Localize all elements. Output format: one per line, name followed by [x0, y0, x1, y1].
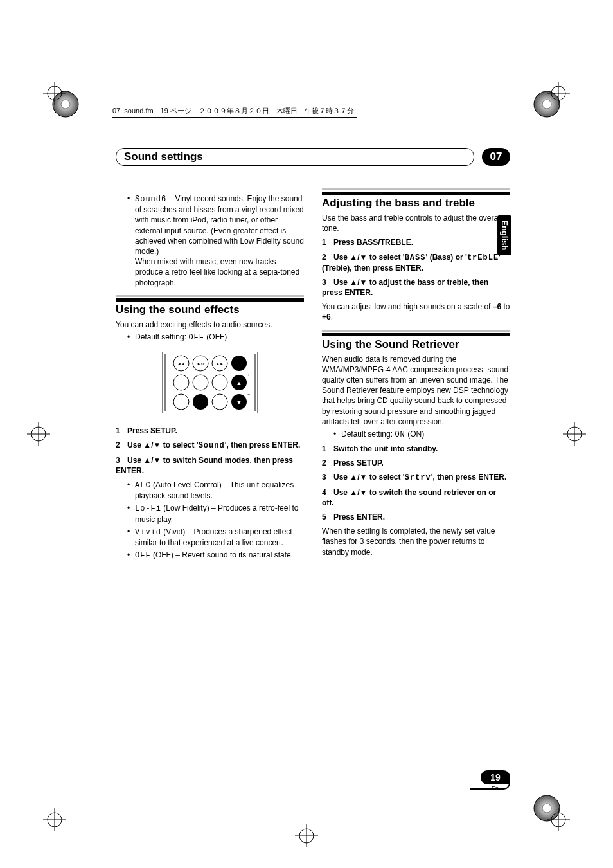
step-number: 3 [116, 455, 127, 466]
file-header: 07_sound.fm 19 ページ ２００９年８月２０日 木曜日 午後７時３７… [112, 106, 357, 118]
step: 1Press SETUP. [116, 426, 304, 436]
svg-point-40 [212, 375, 227, 390]
step: 1Switch the unit into standby. [322, 444, 510, 454]
value-label: BASS [405, 253, 426, 262]
step-number: 2 [322, 458, 333, 468]
registration-mark-icon [294, 823, 319, 849]
step-text: Use [333, 253, 350, 262]
body-text: (ON) [405, 429, 424, 439]
right-column: Adjusting the bass and treble Use the ba… [322, 192, 510, 565]
body-text: When audio data is removed during the WM… [322, 354, 510, 427]
arrows-icon: ▲/▼ [143, 440, 161, 449]
step-text: Switch the unit into standby. [333, 444, 438, 453]
chapter-badge: 07 [482, 148, 510, 166]
step: 4Use ▲/▼ to switch the sound retriever o… [322, 487, 510, 508]
page-number-badge: 19 [481, 770, 510, 784]
svg-point-37 [231, 356, 247, 371]
svg-point-43 [173, 394, 189, 410]
body-text: Default setting: [135, 332, 188, 341]
step-text: Press ENTER. [333, 512, 385, 521]
step-text: Use [127, 440, 143, 449]
step: 1Press BASS/TREBLE. [322, 237, 510, 248]
step-text: to select ' [161, 440, 198, 449]
list-item: Sound6 – Vinyl record sounds. Enjoy the … [127, 194, 304, 288]
registration-mark-icon [546, 807, 571, 833]
list-item: OFF (OFF) – Revert sound to its natural … [127, 550, 304, 561]
list-item: Vivid (Vivid) – Produces a sharpened eff… [127, 527, 304, 548]
step-text: Press SETUP. [333, 458, 384, 467]
svg-text:−: − [237, 350, 240, 354]
svg-text:►►: ►► [216, 362, 224, 366]
mode-label: Lo-Fi [135, 504, 161, 513]
arrows-icon: ▲/▼ [350, 488, 367, 497]
page-language-code: En [492, 784, 499, 792]
mode-label: OFF [135, 551, 151, 560]
step-text: Use [127, 456, 143, 465]
value-label: Srtrv [405, 473, 431, 482]
step-number: 1 [116, 426, 127, 436]
body-text: (OFF) – Revert sound to its natural stat… [151, 550, 293, 559]
section-heading: Using the sound effects [116, 298, 304, 318]
step-text: ' (Bass) or ' [425, 253, 466, 262]
step: 5Press ENTER. [322, 512, 510, 522]
list-item: Default setting: OFF (OFF) [127, 332, 304, 343]
mode-label: ALC [135, 481, 151, 490]
content: Sound settings 07 Sound6 – Vinyl record … [116, 148, 510, 784]
svg-text:−: − [247, 392, 250, 397]
registration-mark-icon [42, 807, 67, 833]
value-label: OFF [188, 333, 204, 342]
registration-mark-icon [546, 80, 571, 106]
svg-text:►/II: ►/II [197, 362, 204, 366]
step-text: Press SETUP. [127, 426, 177, 435]
step-text: Press BASS/TREBLE. [333, 238, 413, 247]
page-footer-line [470, 783, 510, 790]
step: 3Use ▲/▼ to select 'Srtrv', then press E… [322, 472, 510, 483]
step-text: Use [333, 278, 350, 287]
step-number: 1 [322, 444, 333, 454]
step-text: Use [333, 473, 350, 482]
svg-text:+: + [247, 373, 250, 377]
body-text: (Auto Level Control) – This unit equaliz… [135, 480, 294, 500]
step-text: ', then press ENTER. [431, 473, 507, 482]
value-label: ON [395, 430, 405, 439]
svg-text:◄◄: ◄◄ [177, 362, 185, 366]
svg-point-45 [212, 394, 227, 410]
body-text: You can add exciting effects to audio so… [116, 320, 304, 330]
section-title: Sound settings [116, 148, 474, 166]
registration-mark-icon [562, 421, 587, 447]
svg-point-39 [193, 375, 208, 390]
registration-mark-icon [42, 80, 67, 106]
svg-text:▼: ▼ [236, 399, 242, 406]
section-heading: Adjusting the bass and treble [322, 192, 510, 211]
body-text: . [331, 312, 333, 321]
value-label: Sound [199, 441, 225, 450]
page: 07_sound.fm 19 ページ ２００９年８月２０日 木曜日 午後７時３７… [0, 0, 613, 868]
step-text: to select ' [367, 253, 404, 262]
body-text: to [501, 302, 510, 311]
body-text: Use the bass and treble controls to adju… [322, 213, 510, 233]
svg-point-44 [193, 394, 208, 410]
value-label: –6 [493, 302, 501, 311]
step-number: 3 [322, 472, 333, 482]
step: 2Use ▲/▼ to select 'Sound', then press E… [116, 440, 304, 451]
step: 2Use ▲/▼ to select 'BASS' (Bass) or 'trE… [322, 252, 510, 273]
body-text: (OFF) [204, 332, 227, 341]
arrows-icon: ▲/▼ [350, 473, 367, 482]
body-text: When the setting is completed, the newly… [322, 526, 510, 557]
list-item: Default setting: ON (ON) [333, 429, 510, 440]
step: 3Use ▲/▼ to adjust the bass or treble, t… [322, 277, 510, 298]
step-number: 2 [116, 440, 127, 450]
value-label: trEbLE [467, 253, 499, 262]
section-heading: Using the Sound Retriever [322, 333, 510, 352]
step-number: 4 [322, 487, 333, 498]
step-number: 5 [322, 512, 333, 522]
mode-label: Sound6 [135, 195, 166, 204]
body-text: Default setting: [341, 429, 395, 439]
body-text: You can adjust low and high sounds on a … [322, 302, 493, 311]
arrows-icon: ▲/▼ [350, 278, 367, 287]
step: 3Use ▲/▼ to switch Sound modes, then pre… [116, 455, 304, 476]
registration-mark-icon [26, 421, 51, 447]
step-number: 3 [322, 277, 333, 287]
mode-label: Vivid [135, 528, 161, 537]
body-text: When mixed with music, even new tracks p… [135, 257, 299, 287]
